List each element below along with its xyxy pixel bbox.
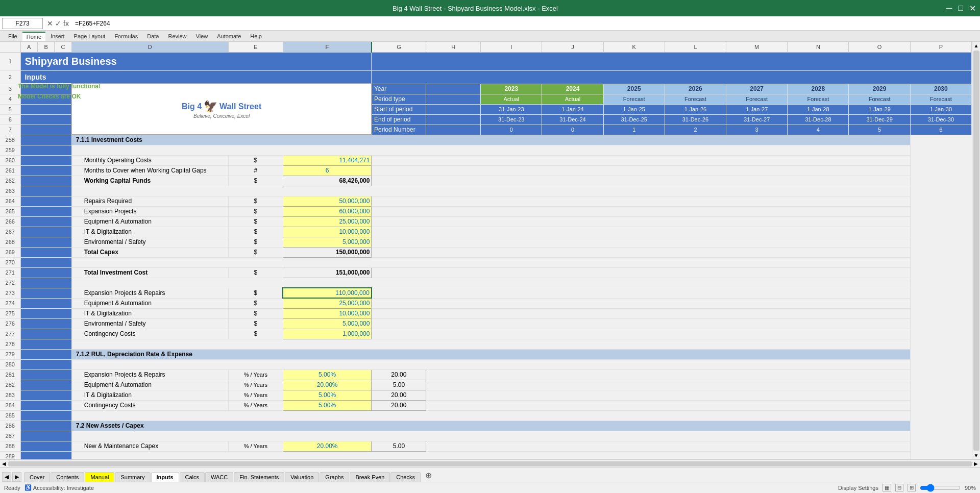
tab-summary[interactable]: Summary — [115, 472, 150, 482]
horizontal-scrollbar[interactable]: ◀ ▶ — [0, 459, 980, 467]
row-num-288: 288 — [0, 441, 20, 451]
row259-empty — [71, 145, 910, 155]
end-2029: 31-Dec-29 — [849, 114, 910, 125]
tab-checks[interactable]: Checks — [390, 472, 421, 482]
row5-blue — [20, 104, 71, 114]
tab-graphs[interactable]: Graphs — [320, 472, 349, 482]
scroll-up-icon[interactable]: ▲ — [973, 42, 980, 50]
tab-valuation[interactable]: Valuation — [285, 472, 319, 482]
name-box[interactable]: F273 — [2, 18, 43, 29]
row276-value[interactable]: 5,000,000 — [283, 318, 372, 329]
scroll-down-icon[interactable]: ▼ — [973, 452, 980, 459]
col-header-A: A — [20, 42, 37, 52]
ribbon-tab-help[interactable]: Help — [246, 32, 266, 40]
tab-break-even[interactable]: Break Even — [350, 472, 390, 482]
formula-icons: ✕ ✓ fx — [45, 19, 71, 28]
year-2027: 2027 — [726, 84, 788, 94]
row284-pct[interactable]: 5.00% — [283, 400, 372, 410]
row262-value: 68,426,000 — [283, 176, 372, 186]
row3-h — [426, 84, 481, 94]
row274-value[interactable]: 25,000,000 — [283, 298, 372, 308]
maximize-icon[interactable]: □ — [958, 4, 963, 13]
close-icon[interactable]: ✕ — [969, 4, 976, 13]
row274-empty — [372, 298, 910, 308]
confirm-formula-icon[interactable]: ✓ — [55, 19, 61, 28]
tab-calcs[interactable]: Calcs — [180, 472, 205, 482]
insert-function-icon[interactable]: fx — [63, 19, 69, 28]
row270-empty — [71, 257, 910, 267]
row260-unit: $ — [228, 155, 283, 165]
cancel-formula-icon[interactable]: ✕ — [47, 19, 53, 28]
row258-abc — [20, 135, 71, 145]
row278-abc — [20, 339, 71, 349]
subtitle-cell: Inputs — [20, 70, 372, 84]
row273-unit: $ — [228, 288, 283, 298]
ribbon-tab-formulas[interactable]: Formulas — [110, 32, 142, 40]
row277-value[interactable]: 1,000,000 — [283, 329, 372, 339]
row264-value[interactable]: 50,000,000 — [283, 196, 372, 206]
row282-pct[interactable]: 20.00% — [283, 380, 372, 390]
row-num-281: 281 — [0, 369, 20, 380]
tab-inputs[interactable]: Inputs — [151, 472, 179, 482]
row264-empty — [372, 196, 910, 206]
row-num-285: 285 — [0, 410, 20, 421]
add-sheet-button[interactable]: ⊕ — [421, 469, 436, 482]
ribbon-tab-view[interactable]: View — [192, 32, 212, 40]
scroll-right-icon[interactable]: ▶ — [973, 460, 979, 467]
minimize-icon[interactable]: ─ — [946, 4, 952, 13]
row271-abc — [20, 267, 71, 278]
table-row: 267 IT & Digitalization $ 10,000,000 — [0, 227, 972, 237]
tab-manual[interactable]: Manual — [85, 472, 114, 482]
sheet-nav-right[interactable]: ▶ — [12, 472, 21, 482]
row273-value[interactable]: 110,000,000 — [283, 288, 372, 298]
table-row: 261 Months to Cover when Working Capital… — [0, 165, 972, 176]
col-header-O: O — [849, 42, 910, 52]
row284-empty — [426, 400, 910, 410]
ribbon-tab-home[interactable]: Home — [22, 32, 45, 41]
row-num-267: 267 — [0, 227, 20, 237]
row-num-262: 262 — [0, 176, 20, 186]
row265-value[interactable]: 60,000,000 — [283, 206, 372, 216]
row261-value[interactable]: 6 — [283, 165, 372, 176]
ribbon-tab-file[interactable]: File — [4, 32, 21, 40]
scroll-thumb[interactable] — [973, 51, 979, 451]
row283-pct[interactable]: 5.00% — [283, 390, 372, 400]
row275-value[interactable]: 10,000,000 — [283, 308, 372, 318]
normal-view-icon[interactable]: ▦ — [883, 484, 891, 491]
row268-value[interactable]: 5,000,000 — [283, 237, 372, 247]
scroll-left-icon[interactable]: ◀ — [1, 460, 7, 467]
row288-pct[interactable]: 20.00% — [283, 441, 372, 451]
ribbon-tab-automate[interactable]: Automate — [213, 32, 245, 40]
ribbon-tab-pagelayout[interactable]: Page Layout — [70, 32, 110, 40]
row271-value: 151,000,000 — [283, 267, 372, 278]
ribbon-tab-review[interactable]: Review — [164, 32, 190, 40]
row267-value[interactable]: 10,000,000 — [283, 227, 372, 237]
vertical-scrollbar[interactable]: ▲ ▼ — [972, 42, 980, 459]
display-settings-label[interactable]: Display Settings — [838, 485, 878, 491]
row-col-corner — [0, 42, 20, 52]
model-status-2: Model Checks are OK — [18, 93, 81, 100]
tab-cover[interactable]: Cover — [24, 472, 50, 482]
row-num-260: 260 — [0, 155, 20, 165]
h-scroll-thumb[interactable] — [8, 461, 972, 466]
ribbon-tab-insert[interactable]: Insert — [46, 32, 69, 40]
ribbon-tab-data[interactable]: Data — [143, 32, 163, 40]
row266-value[interactable]: 25,000,000 — [283, 216, 372, 227]
row273-abc — [20, 288, 71, 298]
page-layout-view-icon[interactable]: ⊟ — [895, 484, 903, 491]
row260-value[interactable]: 11,404,271 — [283, 155, 372, 165]
pnum-2029: 5 — [849, 125, 910, 135]
row281-pct[interactable]: 5.00% — [283, 369, 372, 380]
tab-fin-statements[interactable]: Fin. Statements — [234, 472, 284, 482]
section-rul: 7.1.2 RUL, Depreciation Rate & Expense — [71, 349, 910, 359]
page-break-view-icon[interactable]: ⊞ — [908, 484, 916, 491]
formula-input[interactable] — [73, 20, 978, 27]
zoom-slider[interactable] — [920, 484, 961, 492]
pnum-2026: 2 — [665, 125, 726, 135]
row288-unit: % / Years — [228, 441, 283, 451]
tab-contents[interactable]: Contents — [51, 472, 84, 482]
sheet-nav-left[interactable]: ◀ — [2, 472, 11, 482]
tab-wacc[interactable]: WACC — [205, 472, 233, 482]
row269-label: Total Capex — [71, 247, 228, 257]
row281-empty — [426, 369, 910, 380]
